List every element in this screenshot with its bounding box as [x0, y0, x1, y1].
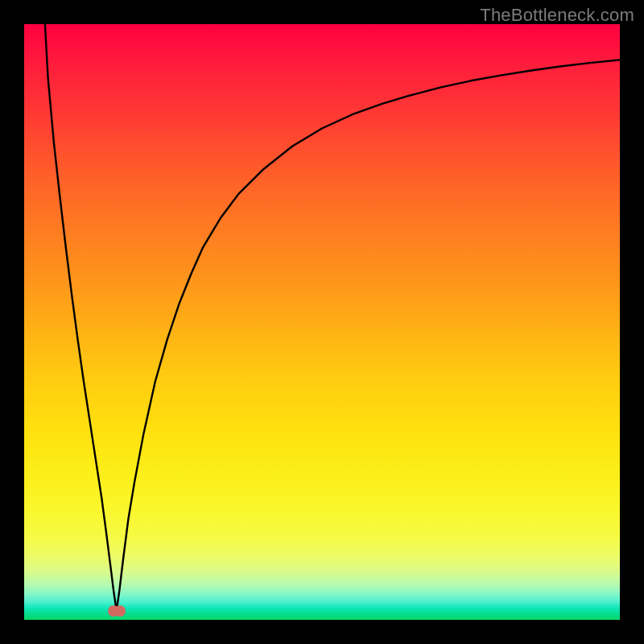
chart-stage: TheBottleneck.com: [0, 0, 644, 644]
bottleneck-curve-path: [45, 24, 620, 611]
watermark-text: TheBottleneck.com: [480, 5, 634, 26]
minimum-marker: [108, 605, 126, 617]
curve-layer: [24, 24, 620, 620]
plot-area: [24, 24, 620, 620]
